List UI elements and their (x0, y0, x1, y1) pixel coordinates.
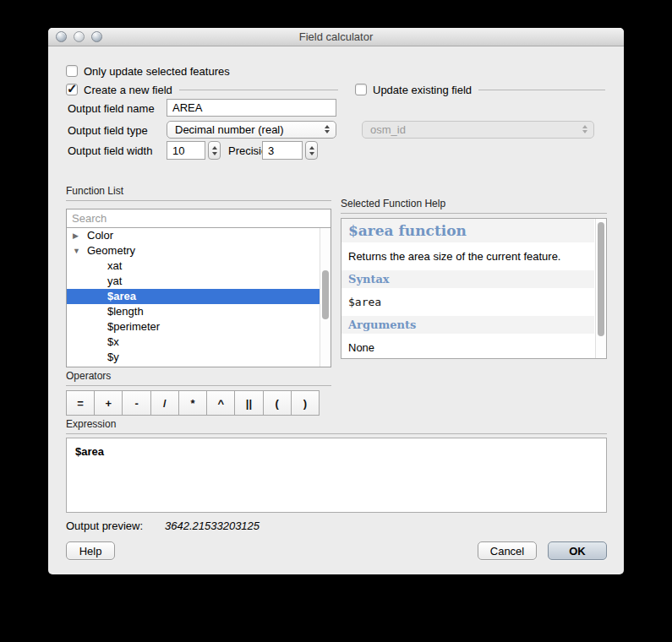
precision-input[interactable] (262, 141, 303, 160)
operator-multiply-button[interactable]: * (178, 391, 206, 415)
output-field-type-dropdown[interactable]: Decimal number (real) (167, 121, 336, 139)
help-syntax-code: $area (341, 288, 594, 316)
tree-item-xat[interactable]: xat (67, 258, 331, 274)
checkbox-icon[interactable] (66, 65, 78, 77)
operators-toolbar: = + - / * ^ || ( ) (66, 390, 320, 416)
precision-stepper[interactable] (305, 141, 318, 160)
tree-item-geometry[interactable]: ▼ Geometry (67, 243, 331, 258)
field-calculator-dialog: Field calculator Only update selected fe… (48, 28, 624, 574)
help-arguments-text: None (341, 334, 594, 359)
stepper-arrows-icon (582, 125, 587, 133)
expression-header: Expression (66, 418, 607, 434)
function-list-header: Function List (66, 185, 331, 201)
groupbox-line (179, 90, 338, 90)
function-list-scrollbar[interactable] (320, 228, 331, 367)
operator-plus-button[interactable]: + (94, 391, 122, 415)
help-description: Returns the area size of the current fea… (341, 242, 594, 270)
scrollbar-thumb[interactable] (322, 270, 329, 319)
expression-editor[interactable]: $area (66, 438, 607, 513)
operator-close-paren-button[interactable]: ) (291, 391, 319, 415)
tree-item-y[interactable]: $y (67, 350, 331, 365)
groupbox-line (478, 90, 605, 90)
output-preview-value: 3642.21533203125 (165, 520, 260, 532)
help-syntax-heading: Syntax (341, 270, 594, 288)
output-field-type-value: Decimal number (real) (175, 123, 284, 136)
stepper-arrows-icon (325, 125, 330, 133)
ok-button[interactable]: OK (548, 541, 607, 560)
existing-field-dropdown: osm_id (362, 121, 594, 139)
help-scrollbar[interactable] (595, 219, 606, 358)
tree-item-length[interactable]: $length (67, 304, 331, 319)
scrollbar-thumb[interactable] (598, 222, 604, 336)
create-new-field-checkbox[interactable]: Create a new field (66, 82, 338, 97)
tree-item-perimeter[interactable]: $perimeter (67, 319, 331, 335)
create-new-field-label: Create a new field (84, 84, 172, 96)
search-input[interactable] (67, 209, 331, 228)
output-field-width-label: Output field width (68, 144, 152, 157)
function-help-panel: $area function Returns the area size of … (341, 218, 607, 359)
operator-concat-button[interactable]: || (234, 391, 262, 415)
title-bar[interactable]: Field calculator (48, 28, 624, 46)
checkbox-checked-icon[interactable] (66, 84, 78, 95)
cancel-button[interactable]: Cancel (478, 541, 537, 560)
width-stepper[interactable] (208, 141, 221, 160)
output-field-name-label: Output field name (68, 102, 155, 115)
operator-equals-button[interactable]: = (67, 391, 94, 415)
update-existing-field-label: Update existing field (373, 84, 472, 96)
tree-item-x[interactable]: $x (67, 335, 331, 350)
tree-item-yat[interactable]: yat (67, 274, 331, 289)
existing-field-value: osm_id (370, 123, 406, 136)
output-field-name-input[interactable] (167, 99, 336, 117)
operator-open-paren-button[interactable]: ( (263, 391, 291, 415)
help-title: $area function (341, 219, 594, 242)
function-list: ▶ Color ▼ Geometry xat yat $area $length… (66, 209, 331, 367)
help-arguments-heading: Arguments (341, 316, 594, 334)
only-update-selected-label: Only update selected features (84, 65, 230, 78)
output-field-width-input[interactable] (167, 141, 205, 160)
operator-minus-button[interactable]: - (122, 391, 150, 415)
selected-function-help-header: Selected Function Help (341, 198, 607, 214)
operator-power-button[interactable]: ^ (206, 391, 234, 415)
only-update-selected-checkbox[interactable]: Only update selected features (66, 63, 230, 79)
operators-header: Operators (66, 370, 331, 386)
tree-item-area-selected[interactable]: $area (67, 289, 321, 304)
window-title: Field calculator (48, 30, 624, 43)
help-button[interactable]: Help (66, 541, 115, 560)
disclosure-collapsed-icon[interactable]: ▶ (73, 228, 85, 243)
operator-divide-button[interactable]: / (150, 391, 178, 415)
output-preview-label: Output preview: (66, 520, 143, 532)
tree-item-color[interactable]: ▶ Color (67, 228, 331, 243)
checkbox-icon[interactable] (355, 84, 367, 95)
disclosure-expanded-icon[interactable]: ▼ (73, 243, 85, 258)
output-field-type-label: Output field type (68, 124, 148, 137)
update-existing-field-checkbox[interactable]: Update existing field (355, 82, 605, 97)
